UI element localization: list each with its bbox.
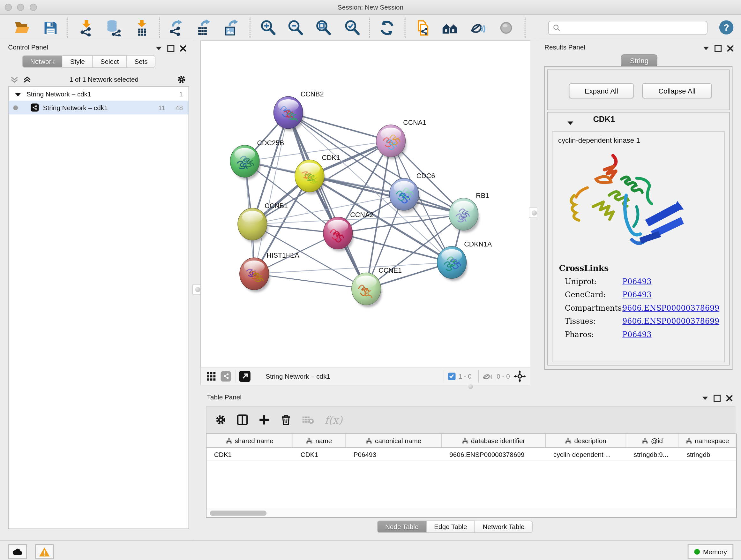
table-settings-gear-icon[interactable] [215, 414, 226, 426]
table-cell[interactable]: 9606.ENSP00000378699 [442, 448, 546, 460]
column-header--id[interactable]: @id [626, 434, 679, 447]
tab-string[interactable]: String [621, 54, 657, 67]
birdseye-icon[interactable] [514, 370, 526, 382]
crosslink-row: Compartments:9606.ENSP00000378699 [565, 304, 725, 313]
save-session-button[interactable] [42, 19, 59, 37]
close-panel-icon[interactable] [180, 45, 186, 51]
table-row[interactable]: CDK1CDK1P064939606.ENSP00000378699cyclin… [206, 448, 736, 461]
float-panel-icon[interactable] [167, 45, 174, 52]
horizontal-scrollbar[interactable] [206, 509, 736, 517]
results-panel-title: Results Panel [544, 44, 585, 51]
warning-status-button[interactable] [35, 544, 54, 559]
add-column-icon[interactable] [259, 414, 270, 426]
collapse-all-button[interactable]: Collapse All [642, 83, 712, 98]
left-splitter[interactable] [194, 40, 200, 541]
tab-style[interactable]: Style [63, 55, 93, 68]
column-header-database-identifier[interactable]: database identifier [442, 434, 546, 447]
network-node-CCNB2[interactable]: CCNB2 [273, 90, 324, 131]
table-cell[interactable]: stringdb [679, 448, 736, 460]
zoom-selected-button[interactable] [343, 19, 361, 37]
duplicate-network-icon [414, 19, 430, 37]
network-node-RB1[interactable]: RB1 [449, 192, 489, 233]
search-field[interactable] [548, 21, 708, 35]
tab-select[interactable]: Select [93, 55, 127, 68]
show-columns-icon[interactable] [237, 414, 248, 426]
table-cell[interactable]: cyclin-dependent ... [546, 448, 626, 460]
crosslink-label: Compartments: [565, 304, 623, 313]
panel-menu-icon[interactable] [702, 396, 708, 400]
import-network-from-database-button[interactable] [105, 19, 122, 37]
panel-menu-icon[interactable] [156, 47, 162, 50]
network-node-CCNA1[interactable]: CCNA1 [376, 119, 426, 159]
node-label: CDC25B [257, 139, 284, 147]
node-label: HIST1H1A [266, 252, 299, 259]
network-options-gear-icon[interactable] [177, 75, 186, 84]
selected-checkbox-icon[interactable] [448, 372, 456, 380]
scrollbar-thumb[interactable] [210, 510, 267, 516]
tab-node-table[interactable]: Node Table [377, 520, 427, 533]
section-collapse-caret-icon[interactable] [568, 118, 574, 127]
network-node-CDC6[interactable]: CDC6 [389, 172, 435, 212]
crosslink-link[interactable]: 9606.ENSP00000378699 [622, 304, 719, 313]
first-neighbors-button[interactable] [441, 19, 459, 37]
grid-view-icon[interactable] [206, 371, 216, 381]
crosslink-link[interactable]: P06493 [622, 330, 651, 339]
horizontal-splitter-handle[interactable] [466, 383, 475, 390]
zoom-out-button[interactable] [286, 19, 304, 37]
network-node-CDK1[interactable]: CDK1 [295, 154, 340, 194]
network-view-share-icon[interactable] [221, 371, 231, 381]
export-table-button[interactable] [194, 19, 212, 37]
help-button[interactable]: ? [719, 20, 733, 35]
network-node-CDKN1A[interactable]: CDKN1A [437, 240, 492, 281]
tab-network-table[interactable]: Network Table [475, 520, 533, 533]
network-row[interactable]: String Network – cdk1 11 48 [9, 101, 189, 114]
expand-all-button[interactable]: Expand All [569, 83, 634, 98]
hide-selected-button[interactable] [469, 19, 487, 37]
expand-all-tree-icon[interactable] [10, 76, 18, 83]
crosslink-link[interactable]: P06493 [622, 290, 651, 299]
crosslink-link[interactable]: P06493 [622, 277, 651, 286]
table-cell[interactable]: CDK1 [206, 448, 293, 460]
network-node-CCNB1[interactable]: CCNB1 [238, 202, 288, 243]
toolbar-separator [525, 17, 526, 38]
table-cell[interactable]: P06493 [346, 448, 442, 460]
collapse-all-tree-icon[interactable] [23, 76, 31, 83]
database-import-icon [105, 19, 122, 37]
detach-view-icon[interactable] [239, 370, 251, 382]
search-input[interactable] [563, 24, 707, 32]
export-network-button[interactable] [167, 19, 185, 37]
refresh-view-button[interactable] [378, 19, 396, 37]
export-image-button[interactable] [222, 19, 240, 37]
float-panel-icon[interactable] [714, 395, 721, 402]
network-node-CDC25B[interactable]: CDC25B [230, 139, 284, 180]
memory-button[interactable]: Memory [688, 544, 734, 559]
import-network-from-file-button[interactable] [77, 19, 95, 37]
column-header-shared-name[interactable]: shared name [206, 434, 293, 447]
table-cell[interactable]: stringdb:9... [626, 448, 679, 460]
network-canvas[interactable]: CCNB2CCNA1CDC25BCDK1CDC6RB1CCNB1CCNA2CDK… [200, 40, 531, 368]
column-header-description[interactable]: description [546, 434, 626, 447]
column-header-canonical-name[interactable]: canonical name [346, 434, 442, 447]
panel-menu-icon[interactable] [703, 47, 709, 50]
cloud-status-button[interactable] [8, 544, 27, 559]
delete-column-icon[interactable] [280, 414, 292, 426]
collapse-caret-icon[interactable] [15, 90, 21, 98]
tab-network[interactable]: Network [22, 55, 63, 68]
import-table-from-file-button[interactable] [133, 19, 151, 37]
zoom-fit-button[interactable] [314, 19, 332, 37]
network-collection-row[interactable]: String Network – cdk1 1 [9, 87, 189, 101]
tab-edge-table[interactable]: Edge Table [427, 520, 475, 533]
close-panel-icon[interactable] [727, 45, 733, 51]
float-panel-icon[interactable] [715, 45, 722, 52]
crosslink-link[interactable]: 9606.ENSP00000378699 [622, 317, 719, 326]
toolbar-separator [159, 17, 160, 38]
tab-sets[interactable]: Sets [127, 55, 155, 68]
table-cell[interactable]: CDK1 [293, 448, 346, 460]
close-panel-icon[interactable] [726, 395, 732, 401]
zoom-in-button[interactable] [259, 19, 277, 37]
open-session-button[interactable] [13, 19, 31, 37]
column-header-namespace[interactable]: namespace [679, 434, 736, 447]
new-network-from-selection-button[interactable] [413, 19, 431, 37]
column-header-name[interactable]: name [293, 434, 346, 447]
show-all-button[interactable] [497, 19, 515, 37]
